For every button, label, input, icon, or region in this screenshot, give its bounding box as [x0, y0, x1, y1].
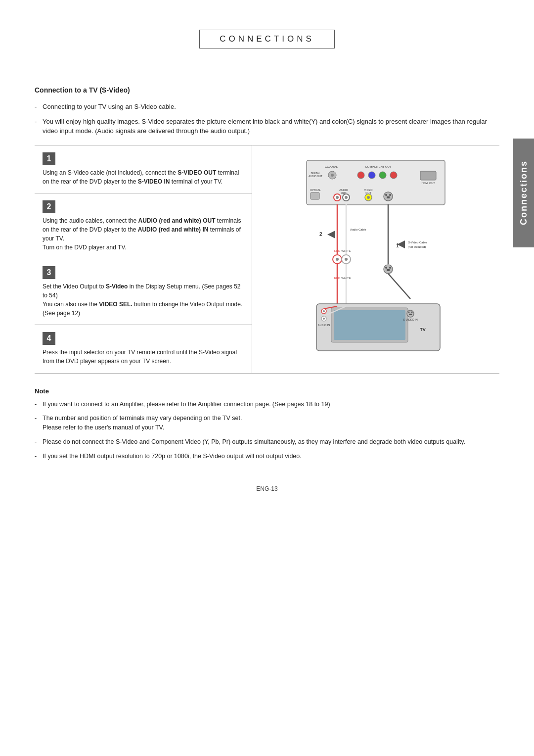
side-tab-label: Connections [519, 160, 529, 225]
step-2-text: Using the audio cables, connect the AUDI… [43, 216, 244, 252]
svg-text:RED: RED [334, 277, 341, 280]
svg-text:2: 2 [319, 232, 322, 237]
intro-bullet-2: You will enjoy high quality images. S-Vi… [35, 117, 499, 136]
page-title: CONNECTIONS [220, 34, 314, 44]
svg-text:TV: TV [420, 327, 426, 332]
svg-point-59 [323, 310, 325, 312]
svg-line-51 [388, 274, 410, 299]
svg-text:AUDIO IN: AUDIO IN [318, 324, 330, 327]
svg-text:WHITE: WHITE [341, 277, 351, 280]
svg-point-20 [345, 196, 348, 199]
step-4-text: Press the input selector on your TV remo… [43, 348, 244, 366]
step-2-block: 2 Using the audio cables, connect the AU… [35, 193, 252, 259]
step-1-text: Using an S-Video cable (not included), c… [43, 168, 244, 186]
step-4-number: 4 [43, 332, 55, 345]
svg-text:S-VIDEO IN: S-VIDEO IN [403, 318, 418, 321]
svg-point-10 [390, 172, 397, 179]
note-item-3: Please do not connect the S-Video and Co… [35, 437, 499, 447]
svg-text:COAXIAL: COAXIAL [325, 165, 338, 168]
svg-point-63 [408, 311, 410, 313]
step-3-text: Set the Video Output to S-Video in the D… [43, 282, 244, 318]
intro-bullets: Connecting to your TV using an S-Video c… [35, 102, 499, 136]
svg-text:AUDIO OUT: AUDIO OUT [309, 175, 322, 178]
svg-point-6 [331, 174, 334, 177]
svg-point-9 [379, 172, 386, 179]
svg-point-27 [389, 194, 391, 196]
svg-rect-11 [420, 171, 436, 180]
note-item-4: If you set the HDMI output resolution to… [35, 452, 499, 461]
svg-text:(not included): (not included) [408, 245, 426, 248]
note-section: Note If you want to connect to an Amplif… [35, 387, 499, 461]
svg-text:1: 1 [396, 243, 399, 248]
intro-bullet-1: Connecting to your TV using an S-Video c… [35, 102, 499, 112]
step-3-number: 3 [43, 266, 55, 279]
step-3-block: 3 Set the Video Output to S-Video in the… [35, 259, 252, 325]
svg-rect-56 [334, 310, 405, 340]
step-4-block: 4 Press the input selector on your TV re… [35, 325, 252, 373]
svg-rect-65 [409, 314, 412, 315]
step-2-number: 2 [43, 200, 55, 213]
note-item-2: The number and position of terminals may… [35, 414, 499, 432]
svg-rect-28 [387, 196, 390, 198]
connection-diagram: COAXIAL COMPONENT OUT DIGITAL AUDIO OUT … [302, 155, 455, 363]
svg-point-47 [389, 267, 391, 269]
note-list: If you want to connect to an Amplifier, … [35, 400, 499, 461]
svg-point-24 [367, 196, 370, 199]
note-item-1: If you want to connect to an Amplifier, … [35, 400, 499, 409]
svg-point-64 [411, 311, 413, 313]
svg-text:RED: RED [334, 249, 341, 252]
svg-point-8 [368, 172, 375, 179]
diagram-column: COAXIAL COMPONENT OUT DIGITAL AUDIO OUT … [252, 145, 499, 373]
page: Connections CONNECTIONS Connection to a … [0, 0, 534, 756]
svg-point-26 [385, 194, 387, 196]
svg-text:S-Video Cable: S-Video Cable [408, 241, 427, 244]
svg-text:HDMI OUT: HDMI OUT [421, 182, 435, 185]
steps-diagram-container: 1 Using an S-Video cable (not included),… [35, 145, 499, 374]
section-title: Connection to a TV (S-Video) [35, 86, 499, 94]
svg-text:WHITE: WHITE [341, 249, 351, 252]
svg-point-46 [385, 267, 387, 269]
page-number: ENG-13 [35, 485, 499, 492]
svg-marker-32 [327, 231, 335, 238]
svg-text:OPTICAL: OPTICAL [310, 189, 321, 191]
svg-point-18 [336, 196, 339, 199]
svg-rect-14 [311, 192, 319, 199]
svg-rect-48 [387, 269, 390, 271]
steps-column: 1 Using an S-Video cable (not included),… [35, 145, 252, 373]
svg-point-44 [345, 258, 348, 261]
step-1-number: 1 [43, 152, 55, 165]
header-box: CONNECTIONS [199, 30, 335, 48]
side-tab: Connections [513, 139, 534, 247]
svg-point-42 [336, 258, 339, 261]
svg-text:Audio Cable: Audio Cable [350, 228, 366, 231]
svg-point-61 [323, 318, 325, 320]
svg-point-7 [357, 172, 364, 179]
svg-text:COMPONENT OUT: COMPONENT OUT [365, 165, 392, 168]
step-1-block: 1 Using an S-Video cable (not included),… [35, 145, 252, 193]
note-title: Note [35, 387, 499, 395]
